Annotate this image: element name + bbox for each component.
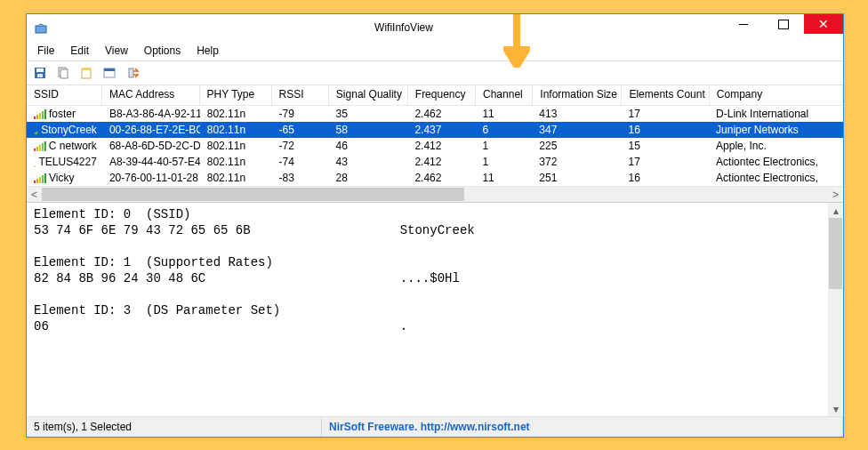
svg-rect-13 <box>39 113 41 119</box>
cell-rssi: -72 <box>272 139 329 153</box>
svg-rect-14 <box>42 111 44 119</box>
cell-rssi: -83 <box>272 171 329 185</box>
cell-ch: 6 <box>475 123 532 137</box>
close-button[interactable]: ✕ <box>804 14 843 34</box>
refresh-icon[interactable] <box>123 63 142 83</box>
svg-rect-7 <box>82 68 91 70</box>
cell-is: 413 <box>532 107 621 121</box>
signal-icon <box>34 141 46 151</box>
cell-co: Actiontec Electronics, <box>709 171 843 185</box>
cell-ch: 1 <box>475 155 532 169</box>
cell-is: 225 <box>532 139 621 153</box>
menu-options[interactable]: Options <box>137 43 188 60</box>
svg-rect-35 <box>44 173 46 183</box>
col-ssid[interactable]: SSID <box>27 85 102 105</box>
col-frequency[interactable]: Frequency <box>408 85 476 105</box>
svg-rect-25 <box>44 141 46 151</box>
signal-icon <box>34 173 46 183</box>
scroll-up-icon[interactable]: ▴ <box>828 203 843 218</box>
status-selection: 5 item(s), 1 Selected <box>27 417 322 437</box>
col-mac-address[interactable]: MAC Address <box>102 85 200 105</box>
cell-freq: 2.462 <box>407 171 475 185</box>
scroll-down-icon[interactable]: ▾ <box>828 401 843 416</box>
cell-sq: 43 <box>329 155 408 169</box>
svg-rect-2 <box>36 68 44 72</box>
menu-file[interactable]: File <box>30 43 61 60</box>
menu-view[interactable]: View <box>98 43 135 60</box>
cell-mac: B8-A3-86-4A-92-11 <box>102 107 200 121</box>
svg-rect-18 <box>36 133 36 135</box>
network-table: SSID MAC Address PHY Type RSSI Signal Qu… <box>27 85 843 203</box>
cell-ch: 11 <box>475 171 532 185</box>
svg-rect-16 <box>34 133 35 134</box>
table-row[interactable]: fosterB8-A3-86-4A-92-11802.11n-79352.462… <box>27 106 843 122</box>
svg-rect-17 <box>35 133 36 135</box>
cell-mac: 68-A8-6D-5D-2C-DF <box>102 139 200 153</box>
svg-rect-3 <box>37 74 43 77</box>
cell-co: Juniper Networks <box>709 123 843 137</box>
save-icon[interactable] <box>30 63 50 83</box>
scroll-right-icon[interactable]: > <box>828 187 843 202</box>
col-rssi[interactable]: RSSI <box>272 85 329 105</box>
scroll-left-icon[interactable]: < <box>27 187 42 202</box>
table-row[interactable]: C network68-A8-6D-5D-2C-DF802.11n-72462.… <box>27 138 843 154</box>
cell-is: 347 <box>532 123 621 137</box>
svg-rect-21 <box>34 149 36 151</box>
cell-rssi: -74 <box>272 155 329 169</box>
details-text[interactable]: Element ID: 0 (SSID) 53 74 6F 6E 79 43 7… <box>27 203 843 338</box>
svg-rect-5 <box>60 69 68 78</box>
vertical-scrollbar[interactable]: ▴ ▾ <box>828 203 843 416</box>
copy-icon[interactable] <box>53 63 73 83</box>
cell-freq: 2.462 <box>407 107 475 121</box>
svg-rect-15 <box>44 109 46 119</box>
svg-rect-9 <box>104 68 115 71</box>
cell-sq: 58 <box>329 123 408 137</box>
minimize-button[interactable] <box>724 14 763 34</box>
cell-mac: A8-39-44-40-57-E4 <box>102 155 200 169</box>
cell-ec: 17 <box>622 155 710 169</box>
cell-phy: 802.11n <box>200 139 272 153</box>
cell-sq: 46 <box>329 139 408 153</box>
table-row[interactable]: Vicky20-76-00-11-01-28802.11n-83282.4621… <box>27 170 843 186</box>
cell-freq: 2.437 <box>407 123 475 137</box>
cell-rssi: -65 <box>272 123 329 137</box>
cell-freq: 2.412 <box>407 139 475 153</box>
cell-mac: 20-76-00-11-01-28 <box>102 171 200 185</box>
col-information-size[interactable]: Information Size <box>533 85 622 105</box>
table-row[interactable]: TELUS4227A8-39-44-40-57-E4802.11n-74432.… <box>27 154 843 170</box>
col-signal-quality[interactable]: Signal Quality <box>329 85 408 105</box>
svg-rect-24 <box>42 143 44 151</box>
cell-freq: 2.412 <box>407 155 475 169</box>
col-channel[interactable]: Channel <box>476 85 533 105</box>
details-pane: Element ID: 0 (SSID) 53 74 6F 6E 79 43 7… <box>27 203 843 416</box>
svg-rect-19 <box>36 132 37 134</box>
col-elements-count[interactable]: Elements Count <box>622 85 709 105</box>
titlebar[interactable]: WifiInfoView ✕ <box>27 14 843 41</box>
properties-icon[interactable] <box>76 63 96 83</box>
menu-edit[interactable]: Edit <box>63 43 96 60</box>
cell-ec: 16 <box>622 123 710 137</box>
scroll-track[interactable] <box>42 187 828 202</box>
col-phy-type[interactable]: PHY Type <box>200 85 272 105</box>
svg-rect-11 <box>34 117 36 119</box>
col-company[interactable]: Company <box>710 85 843 105</box>
cell-ch: 11 <box>475 107 532 121</box>
scroll-thumb[interactable] <box>829 218 842 289</box>
options-icon[interactable] <box>100 63 119 83</box>
cell-co: D-Link International <box>709 107 843 121</box>
scroll-track[interactable] <box>828 218 843 401</box>
table-row[interactable]: StonyCreek00-26-88-E7-2E-BC802.11n-65582… <box>27 122 843 138</box>
status-link[interactable]: NirSoft Freeware. http://www.nirsoft.net <box>322 417 843 437</box>
cell-co: Apple, Inc. <box>709 139 843 153</box>
horizontal-scrollbar[interactable]: < > <box>27 186 843 202</box>
scroll-thumb[interactable] <box>42 188 464 201</box>
cell-ec: 15 <box>622 139 710 153</box>
svg-rect-33 <box>39 177 41 183</box>
maximize-button[interactable] <box>764 14 803 34</box>
cell-sq: 35 <box>329 107 408 121</box>
cell-ec: 17 <box>622 107 710 121</box>
cell-is: 251 <box>532 171 621 185</box>
toolbar <box>27 60 843 85</box>
menu-help[interactable]: Help <box>189 43 226 60</box>
cell-phy: 802.11n <box>200 123 272 137</box>
